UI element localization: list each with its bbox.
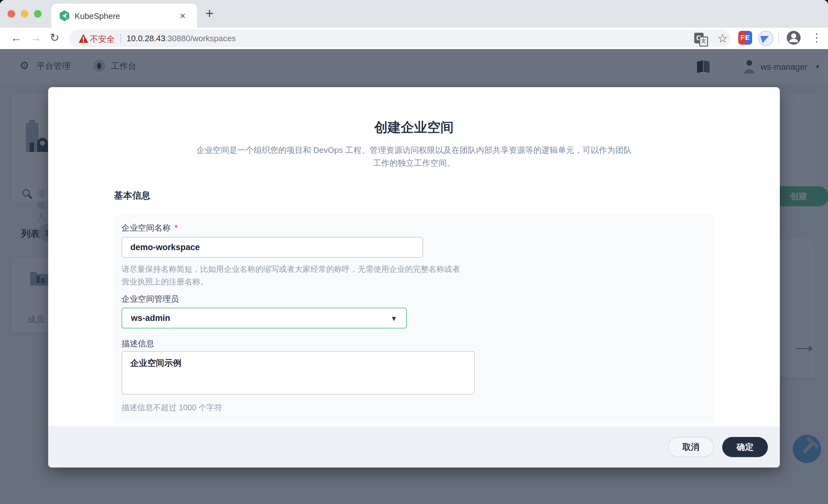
bookmark-star-icon[interactable]: ☆ <box>717 32 728 45</box>
section-basic-info: 基本信息 <box>114 189 151 202</box>
kubesphere-favicon-icon <box>59 10 70 21</box>
security-chip[interactable]: 不安全 <box>90 34 115 45</box>
tab-strip: KubeSphere × + <box>0 0 828 28</box>
description-help: 描述信息不超过 1000 个字符 <box>122 401 465 414</box>
workspace-admin-select[interactable]: ws-admin ▼ <box>122 308 407 328</box>
basic-info-form: 企业空间名称 * 请尽量保持名称简短，比如用企业名称的缩写或者大家经常的称呼，无… <box>114 215 714 423</box>
url-text: 10.0.28.43:30880/workspaces <box>127 34 236 43</box>
address-bar[interactable]: 不安全 10.0.28.43:30880/workspaces G 文 ☆ <box>69 30 731 47</box>
browser-profile-avatar[interactable] <box>787 31 800 45</box>
workspace-admin-value: ws-admin <box>131 313 170 323</box>
new-tab-button[interactable]: + <box>205 5 214 21</box>
create-workspace-modal: 创建企业空间 企业空间是一个组织您的项目和 DevOps 工程、管理资源访问权限… <box>48 87 780 467</box>
address-divider <box>120 34 121 43</box>
window-close-button[interactable] <box>7 10 15 17</box>
translate-icon[interactable]: G 文 <box>694 33 713 45</box>
modal-footer: 取消 确定 <box>48 426 780 467</box>
tab-title: KubeSphere <box>75 11 120 21</box>
description-textarea[interactable]: 企业空间示例 <box>122 351 475 395</box>
forward-button[interactable]: → <box>30 30 42 46</box>
workspace-name-input[interactable] <box>122 237 423 258</box>
modal-subtitle: 企业空间是一个组织您的项目和 DevOps 工程、管理资源访问权限以及在团队内部… <box>194 144 634 170</box>
name-label-row: 企业空间名称 * <box>122 222 178 233</box>
window-minimize-button[interactable] <box>21 10 28 17</box>
browser-toolbar: ← → ↻ 不安全 10.0.28.43:30880/workspaces G … <box>0 28 828 50</box>
modal-title: 创建企业空间 <box>48 119 780 136</box>
translate-page-glyph: 文 <box>699 37 708 47</box>
extension-bird-icon[interactable] <box>758 31 773 46</box>
avatar-person-icon <box>787 31 800 45</box>
reload-button[interactable]: ↻ <box>50 30 59 46</box>
extension-fe-icon[interactable]: FE <box>738 31 752 45</box>
workspace-name-label: 企业空间名称 <box>122 223 171 232</box>
insecure-warning-icon <box>79 34 88 43</box>
browser-tab[interactable]: KubeSphere × <box>51 4 197 28</box>
cancel-button[interactable]: 取消 <box>668 437 714 457</box>
workspace-admin-label: 企业空间管理员 <box>122 293 179 305</box>
select-caret-down-icon: ▼ <box>390 315 397 323</box>
required-asterisk: * <box>174 223 177 232</box>
browser-menu-icon[interactable]: ⋮ <box>811 31 822 45</box>
toolbar-divider <box>778 32 779 43</box>
browser-window: KubeSphere × + ← → ↻ 不安全 10.0.28.43:3088… <box>0 0 828 504</box>
description-label: 描述信息 <box>122 338 154 349</box>
back-button[interactable]: ← <box>11 30 22 46</box>
tab-close-icon[interactable]: × <box>180 10 186 21</box>
window-zoom-button[interactable] <box>34 10 42 17</box>
workspace-name-help: 请尽量保持名称简短，比如用企业名称的缩写或者大家经常的称呼，无需使用企业的完整名… <box>122 263 465 288</box>
confirm-button[interactable]: 确定 <box>722 437 768 457</box>
